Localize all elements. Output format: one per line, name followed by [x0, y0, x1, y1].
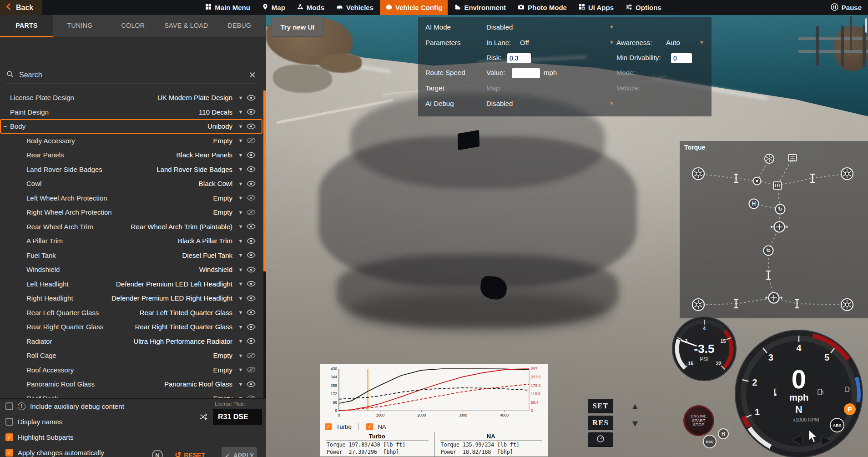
menu-item-main-menu[interactable]: Main Menu — [200, 0, 256, 15]
chevron-down-icon[interactable]: ▼ — [237, 310, 244, 315]
front-right-halfshaft-icon[interactable] — [810, 174, 815, 182]
option-display-names[interactable]: Display names — [5, 416, 62, 427]
eye-off-icon[interactable] — [244, 137, 258, 144]
tab-save-load[interactable]: SAVE & LOAD — [160, 15, 213, 37]
back-button[interactable]: Back — [0, 0, 42, 15]
cruise-down-arrow-icon[interactable]: ▼ — [631, 418, 640, 429]
center-coupler-icon[interactable]: ↻ — [764, 246, 773, 256]
part-row-radiator[interactable]: RadiatorUltra High Performance Radiator▼ — [0, 334, 262, 349]
chevron-down-icon[interactable]: ▼ — [237, 224, 244, 229]
chevron-down-icon[interactable]: ▼ — [237, 281, 244, 286]
tab-parts[interactable]: PARTS — [0, 15, 53, 37]
part-value-dropdown[interactable]: Defender Premium LED Left Headlight — [116, 280, 232, 288]
chevron-down-icon[interactable]: ▼ — [237, 152, 244, 158]
chevron-down-icon[interactable]: ▼ — [609, 40, 614, 45]
chevron-down-icon[interactable]: ▼ — [237, 353, 244, 358]
eye-icon[interactable] — [244, 95, 258, 101]
part-row-rear-wheel-arch-trim[interactable]: Rear Wheel Arch TrimRear Wheel Arch Trim… — [0, 220, 262, 234]
part-value-dropdown[interactable]: Unibody — [207, 122, 232, 130]
part-value-dropdown[interactable]: Empty — [213, 208, 232, 216]
torque-converter-icon[interactable]: ↻ — [776, 205, 785, 214]
checkbox[interactable] — [5, 402, 13, 410]
part-value-dropdown[interactable]: Rear Left Tinted Quarter Glass — [140, 309, 232, 316]
part-row-fuel-tank[interactable]: Fuel TankDiesel Fuel Tank▼ — [0, 248, 262, 263]
part-value-dropdown[interactable]: Panoramic Roof Glass — [164, 380, 232, 388]
chevron-down-icon[interactable]: ▼ — [237, 382, 244, 387]
menu-item-options[interactable]: Options — [620, 0, 667, 15]
pause-button[interactable]: Pause — [824, 0, 868, 15]
part-value-dropdown[interactable]: UK Modern Plate Design — [157, 94, 232, 101]
eye-off-icon[interactable] — [244, 209, 258, 216]
checkbox[interactable]: ✓ — [5, 449, 13, 457]
supercharger-fan-icon[interactable] — [765, 154, 774, 163]
engine-node-icon[interactable] — [752, 177, 762, 185]
menu-item-ui-apps[interactable]: UI Apps — [573, 0, 619, 15]
cruise-res-button[interactable]: RES — [588, 416, 613, 430]
part-row-left-wheel-arch-protection[interactable]: Left Wheel Arch ProtectionEmpty▼ — [0, 191, 262, 206]
viewport-scrollbar[interactable] — [865, 18, 867, 33]
part-value-dropdown[interactable]: Land Rover Side Badges — [156, 166, 232, 173]
menu-item-vehicles[interactable]: Vehicles — [331, 0, 379, 15]
engine-start-stop-button[interactable]: ENGINESTARTSTOP — [683, 405, 714, 436]
checkbox[interactable] — [5, 418, 13, 426]
part-value-dropdown[interactable]: Empty — [213, 395, 232, 398]
part-value-dropdown[interactable]: Black Rear Panels — [177, 151, 232, 159]
menu-item-photo-mode[interactable]: Photo Mode — [512, 0, 572, 15]
part-value-dropdown[interactable]: Empty — [213, 194, 232, 202]
parts-scrollbar-thumb[interactable] — [263, 90, 266, 271]
cruise-set-button[interactable]: SET — [588, 399, 613, 413]
chevron-down-icon[interactable]: ▼ — [237, 238, 244, 244]
part-row-body[interactable]: −BodyUnibody▼ — [0, 119, 262, 134]
part-row-rear-left-quarter-glass[interactable]: Rear Left Quarter GlassRear Left Tinted … — [0, 306, 262, 320]
tab-tuning[interactable]: TUNING — [53, 15, 106, 37]
chevron-down-icon[interactable]: ▼ — [237, 166, 244, 172]
eye-icon[interactable] — [244, 238, 258, 244]
handbrake-icon[interactable]: H — [749, 199, 759, 209]
part-row-rear-panels[interactable]: Rear PanelsBlack Rear Panels▼ — [0, 148, 262, 162]
eye-icon[interactable] — [244, 166, 258, 172]
part-row-roll-cage[interactable]: Roll CageEmpty▼ — [0, 348, 262, 363]
chevron-down-icon[interactable]: ▼ — [237, 138, 244, 143]
chevron-down-icon[interactable]: ▼ — [237, 367, 244, 372]
rear-right-halfshaft-icon[interactable] — [795, 300, 799, 308]
eye-icon[interactable] — [244, 252, 258, 258]
part-row-roof-rack[interactable]: Roof RackEmpty▼ — [0, 392, 262, 398]
part-row-license-plate-design[interactable]: License Plate DesignUK Modern Plate Desi… — [0, 90, 262, 105]
ai-debug-value[interactable]: Disabled — [486, 100, 513, 107]
eye-icon[interactable] — [244, 309, 258, 316]
menu-item-map[interactable]: Map — [257, 0, 291, 15]
rear-right-wheel-icon[interactable] — [841, 299, 853, 311]
ai-mode-value[interactable]: Disabled — [486, 23, 513, 31]
chevron-down-icon[interactable]: ▼ — [237, 124, 244, 129]
chevron-down-icon[interactable]: ▼ — [237, 324, 244, 330]
try-new-ui-button[interactable]: Try new UI — [272, 17, 323, 37]
rear-left-wheel-icon[interactable] — [692, 299, 704, 311]
part-value-dropdown[interactable]: Empty — [213, 366, 232, 374]
part-row-roof-accessory[interactable]: Roof AccessoryEmpty▼ — [0, 363, 262, 377]
eye-icon[interactable] — [244, 381, 258, 387]
min-drivability-input[interactable] — [671, 53, 692, 63]
chevron-down-icon[interactable]: ▼ — [237, 210, 244, 215]
radiator-icon[interactable] — [788, 155, 797, 161]
option-include-auxiliary-debug-content[interactable]: !Include auxiliary debug content — [5, 401, 124, 412]
part-row-cowl[interactable]: CowlBlack Cowl▼ — [0, 176, 262, 191]
rear-differential-icon[interactable] — [766, 293, 782, 303]
collapse-icon[interactable]: − — [3, 122, 7, 130]
eye-icon[interactable] — [244, 152, 258, 158]
part-row-left-headlight[interactable]: Left HeadlightDefender Premium LED Left … — [0, 277, 262, 291]
part-value-dropdown[interactable]: Windshield — [199, 266, 232, 273]
eye-icon[interactable] — [244, 181, 258, 187]
randomize-plate-button[interactable] — [197, 412, 209, 423]
chevron-down-icon[interactable]: ▼ — [237, 195, 244, 201]
chevron-down-icon[interactable]: ▼ — [237, 95, 244, 100]
tab-debug[interactable]: DEBUG — [213, 15, 266, 37]
part-row-windshield[interactable]: WindshieldWindshield▼ — [0, 262, 262, 277]
eye-icon[interactable] — [244, 223, 258, 230]
front-differential-icon[interactable] — [771, 222, 788, 232]
chevron-down-icon[interactable]: ▼ — [609, 100, 614, 106]
part-row-right-wheel-arch-protection[interactable]: Right Wheel Arch ProtectionEmpty▼ — [0, 205, 262, 220]
part-value-dropdown[interactable]: Rear Right Tinted Quarter Glass — [135, 323, 232, 331]
menu-item-environment[interactable]: Environment — [449, 0, 511, 15]
part-value-dropdown[interactable]: Diesel Fuel Tank — [182, 251, 232, 259]
clear-search-icon[interactable]: ✕ — [248, 70, 256, 80]
